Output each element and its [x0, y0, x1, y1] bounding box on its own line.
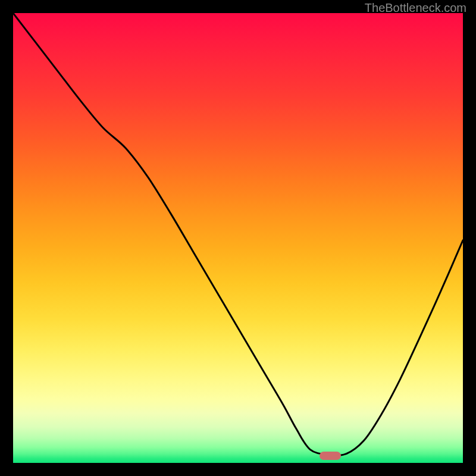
watermark-text: TheBottleneck.com	[365, 1, 466, 15]
chart-frame: TheBottleneck.com	[0, 0, 476, 476]
optimal-point-marker	[320, 452, 341, 460]
penalty-curve	[13, 13, 463, 463]
plot-area	[13, 13, 463, 463]
